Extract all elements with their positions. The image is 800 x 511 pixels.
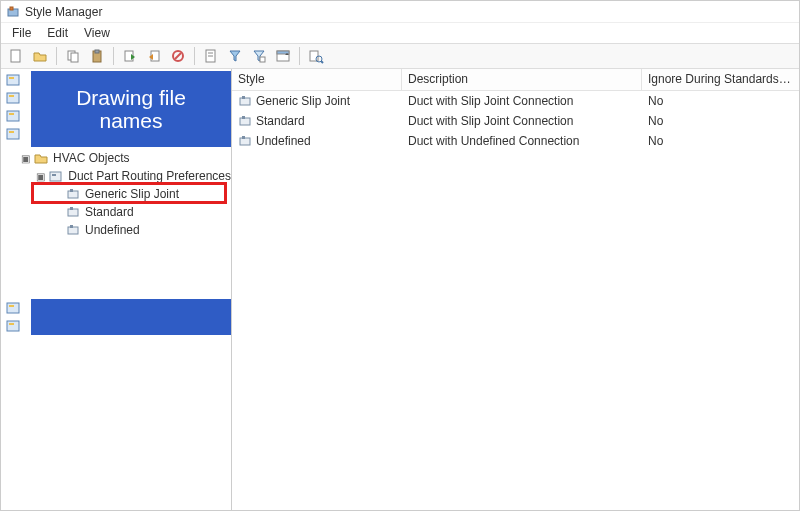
list-row[interactable]: Standard Duct with Slip Joint Connection… [232,111,799,131]
tree-label: Generic Slip Joint [85,187,179,201]
dwg-icon [5,318,21,334]
export-button[interactable] [143,45,165,67]
styles-view-button[interactable] [200,45,222,67]
svg-rect-24 [7,111,19,121]
tree-node-duct-routing-pref[interactable]: ▣ Duct Part Routing Preferences [1,167,231,185]
filter-button[interactable] [224,45,246,67]
svg-rect-25 [9,113,14,115]
svg-rect-40 [240,98,250,105]
svg-rect-6 [95,50,99,53]
svg-rect-22 [7,93,19,103]
tree-label: Standard [85,205,134,219]
svg-rect-26 [7,129,19,139]
app-icon [5,4,21,20]
svg-rect-41 [242,96,245,99]
tree-node-undefined[interactable]: Undefined [1,221,231,239]
cell-style: Undefined [256,134,311,148]
tree-label: HVAC Objects [53,151,129,165]
tree-pane: Drawing file names ▣ HVAC Objects ▣ Duct… [1,69,232,510]
svg-rect-38 [7,321,19,331]
folder-icon [33,150,49,166]
svg-rect-28 [50,172,61,181]
dwg-icon [5,90,21,106]
window-title: Style Manager [25,5,102,19]
svg-rect-30 [68,191,78,198]
tree-label: Duct Part Routing Preferences [68,169,231,183]
svg-rect-37 [9,305,14,307]
tree[interactable]: ▣ HVAC Objects ▣ Duct Part Routing Prefe… [1,147,231,239]
svg-rect-20 [7,75,19,85]
style-item-icon [238,114,252,128]
tree-node-hvac-objects[interactable]: ▣ HVAC Objects [1,149,231,167]
toolbar-separator [299,47,300,65]
column-ignore[interactable]: Ignore During Standards Synchro... [642,69,799,90]
svg-rect-4 [71,53,78,62]
dwg-icon [5,72,21,88]
svg-rect-36 [7,303,19,313]
svg-rect-44 [240,138,250,145]
cell-ignore: No [648,94,663,108]
tree-node-generic-slip-joint[interactable]: Generic Slip Joint [1,185,231,203]
paste-button[interactable] [86,45,108,67]
main-content: Drawing file names ▣ HVAC Objects ▣ Duct… [1,69,799,510]
svg-rect-1 [10,7,13,10]
expand-icon[interactable]: ▣ [19,152,31,164]
dwg-icon [5,108,21,124]
svg-rect-23 [9,95,14,97]
properties-button[interactable] [272,45,294,67]
tree-node-standard[interactable]: Standard [1,203,231,221]
cell-style: Generic Slip Joint [256,94,350,108]
dwg-icon [5,126,21,142]
menu-file[interactable]: File [5,25,38,41]
expand-placeholder [51,224,63,236]
cell-description: Duct with Undefined Connection [408,134,579,148]
style-icon [49,168,65,184]
cell-ignore: No [648,134,663,148]
svg-line-10 [175,53,181,59]
svg-rect-31 [70,189,73,192]
menu-edit[interactable]: Edit [40,25,75,41]
new-button[interactable] [5,45,27,67]
style-item-icon [238,94,252,108]
svg-rect-35 [70,225,73,228]
open-button[interactable] [29,45,51,67]
style-item-icon [65,204,81,220]
svg-rect-2 [11,50,20,62]
list-pane: Style Description Ignore During Standard… [232,69,799,510]
purge-button[interactable] [167,45,189,67]
copy-button[interactable] [62,45,84,67]
style-item-icon [238,134,252,148]
svg-rect-34 [68,227,78,234]
cell-style: Standard [256,114,305,128]
expand-icon[interactable]: ▣ [35,170,47,182]
style-item-icon [65,186,81,202]
svg-line-19 [321,61,323,63]
filter-options-button[interactable] [248,45,270,67]
list-row[interactable]: Generic Slip Joint Duct with Slip Joint … [232,91,799,111]
column-style[interactable]: Style [232,69,402,90]
inspect-button[interactable] [305,45,327,67]
svg-rect-39 [9,323,14,325]
column-description[interactable]: Description [402,69,642,90]
cell-description: Duct with Slip Joint Connection [408,114,573,128]
menu-view[interactable]: View [77,25,117,41]
svg-rect-27 [9,131,14,133]
list-header: Style Description Ignore During Standard… [232,69,799,91]
svg-rect-21 [9,77,14,79]
annotation-line2: names [76,109,186,132]
menu-bar: File Edit View [1,23,799,43]
toolbar-separator [194,47,195,65]
toolbar-separator [56,47,57,65]
list-row[interactable]: Undefined Duct with Undefined Connection… [232,131,799,151]
import-button[interactable] [119,45,141,67]
tree-label: Undefined [85,223,140,237]
expand-placeholder [51,206,63,218]
toolbar-separator [113,47,114,65]
cell-description: Duct with Slip Joint Connection [408,94,573,108]
svg-rect-32 [68,209,78,216]
svg-rect-42 [240,118,250,125]
svg-rect-14 [260,57,265,62]
dwg-icon [5,300,21,316]
svg-rect-33 [70,207,73,210]
annotation-line1: Drawing file [76,86,186,109]
